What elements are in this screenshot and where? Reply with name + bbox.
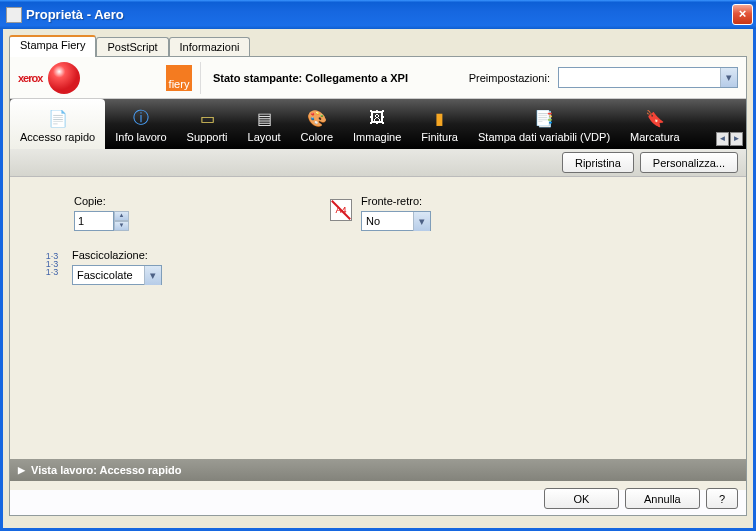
- customize-button[interactable]: Personalizza...: [640, 152, 738, 173]
- app-icon: [6, 7, 22, 23]
- window-body: Stampa Fiery PostScript Informazioni xer…: [0, 29, 756, 531]
- copies-input[interactable]: [74, 211, 114, 231]
- copies-spinner[interactable]: ▲ ▼: [74, 211, 129, 231]
- document-icon: 📄: [46, 107, 70, 129]
- header-row: xerox fiery Stato stampante: Collegament…: [10, 57, 746, 99]
- vdp-icon: 📑: [532, 107, 556, 129]
- tool-mark[interactable]: 🔖 Marcatura: [620, 99, 690, 149]
- chevron-down-icon: ▾: [413, 212, 430, 231]
- color-wheel-icon: 🎨: [305, 107, 329, 129]
- tool-label: Stampa dati variabili (VDP): [478, 131, 610, 143]
- image-icon: 🖼: [365, 107, 389, 129]
- help-button[interactable]: ?: [706, 488, 738, 509]
- chevron-down-icon: ▾: [144, 266, 161, 285]
- tab-content: xerox fiery Stato stampante: Collegament…: [9, 56, 747, 516]
- layout-icon: ▤: [252, 107, 276, 129]
- expand-right-icon: ▶: [18, 465, 25, 475]
- collate-select[interactable]: Fascicolate ▾: [72, 265, 162, 285]
- tool-label: Info lavoro: [115, 131, 166, 143]
- presets-select[interactable]: ▾: [558, 67, 738, 88]
- form-area: Copie: ▲ ▼ A4 Fronte-retro:: [10, 177, 746, 490]
- tool-job-info[interactable]: ⓘ Info lavoro: [105, 99, 176, 149]
- duplex-value: No: [366, 215, 380, 227]
- tab-postscript[interactable]: PostScript: [96, 37, 168, 56]
- tool-finish[interactable]: ▮ Finitura: [411, 99, 468, 149]
- copies-group: Copie: ▲ ▼: [74, 195, 129, 231]
- tool-vdp[interactable]: 📑 Stampa dati variabili (VDP): [468, 99, 620, 149]
- fiery-logo-icon: fiery: [166, 65, 192, 91]
- stamp-icon: 🔖: [643, 107, 667, 129]
- footer-buttons: OK Annulla ?: [544, 488, 738, 509]
- fiery-text: fiery: [169, 78, 190, 90]
- scroll-right-button[interactable]: ►: [730, 132, 743, 146]
- tab-label: PostScript: [107, 41, 157, 53]
- tab-label: Stampa Fiery: [20, 39, 85, 51]
- toolbar: 📄 Accesso rapido ⓘ Info lavoro ▭ Support…: [10, 99, 746, 149]
- copies-label: Copie:: [74, 195, 129, 207]
- tool-label: Finitura: [421, 131, 458, 143]
- finishing-icon: ▮: [428, 107, 452, 129]
- ok-button[interactable]: OK: [544, 488, 619, 509]
- close-button[interactable]: ×: [732, 4, 753, 25]
- tab-fiery[interactable]: Stampa Fiery: [9, 35, 96, 57]
- duplex-label: Fronte-retro:: [361, 195, 431, 207]
- tool-label: Immagine: [353, 131, 401, 143]
- tool-label: Supporti: [187, 131, 228, 143]
- chevron-down-icon: ▾: [720, 68, 737, 87]
- collate-value: Fascicolate: [77, 269, 133, 281]
- tab-label: Informazioni: [180, 41, 240, 53]
- cancel-button[interactable]: Annulla: [625, 488, 700, 509]
- tab-info[interactable]: Informazioni: [169, 37, 251, 56]
- spin-down-button[interactable]: ▼: [114, 221, 129, 231]
- tool-layout[interactable]: ▤ Layout: [238, 99, 291, 149]
- duplex-off-icon: A4: [329, 195, 353, 225]
- action-row: Ripristina Personalizza...: [10, 149, 746, 177]
- tool-color[interactable]: 🎨 Colore: [291, 99, 343, 149]
- duplex-group: A4 Fronte-retro: No ▾: [329, 195, 431, 231]
- spin-up-button[interactable]: ▲: [114, 211, 129, 221]
- printer-status: Stato stampante: Collegamento a XPI: [213, 72, 408, 84]
- tool-image[interactable]: 🖼 Immagine: [343, 99, 411, 149]
- presets-label: Preimpostazioni:: [469, 72, 550, 84]
- toolbar-scroll: ◄ ►: [716, 99, 746, 149]
- duplex-select[interactable]: No ▾: [361, 211, 431, 231]
- job-view-bar[interactable]: ▶ Vista lavoro: Accesso rapido: [10, 459, 746, 481]
- tool-quick-access[interactable]: 📄 Accesso rapido: [10, 99, 105, 149]
- collation-group: 1·31·31·3 Fascicolazione: Fascicolate ▾: [40, 249, 716, 285]
- tool-label: Accesso rapido: [20, 131, 95, 143]
- xerox-ball-icon: [48, 62, 80, 94]
- xerox-logo: xerox: [18, 61, 158, 95]
- brand-text: xerox: [18, 72, 42, 84]
- divider: [200, 62, 201, 94]
- collation-icon: 1·31·31·3: [40, 249, 64, 279]
- media-icon: ▭: [195, 107, 219, 129]
- tool-label: Layout: [248, 131, 281, 143]
- scroll-left-button[interactable]: ◄: [716, 132, 729, 146]
- tool-media[interactable]: ▭ Supporti: [177, 99, 238, 149]
- tool-label: Colore: [301, 131, 333, 143]
- tab-row: Stampa Fiery PostScript Informazioni: [9, 35, 747, 56]
- info-icon: ⓘ: [129, 107, 153, 129]
- tool-label: Marcatura: [630, 131, 680, 143]
- view-bar-label: Vista lavoro: Accesso rapido: [31, 464, 181, 476]
- reset-button[interactable]: Ripristina: [562, 152, 634, 173]
- collate-label: Fascicolazione:: [72, 249, 162, 261]
- titlebar: Proprietà - Aero ×: [0, 0, 756, 29]
- window-title: Proprietà - Aero: [26, 7, 732, 22]
